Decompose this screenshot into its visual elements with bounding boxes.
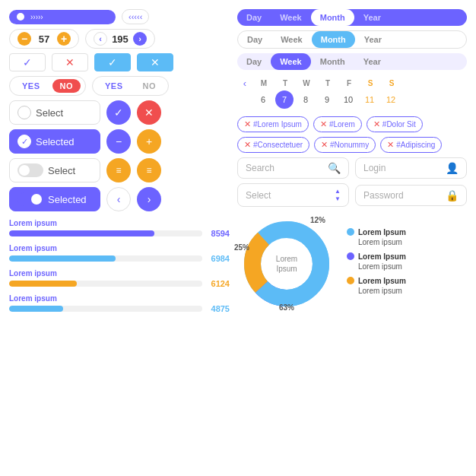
select-input-field[interactable]: Select ▲ ▼ <box>237 183 349 207</box>
cal-day-9[interactable]: 9 <box>318 90 336 109</box>
checkbox-4[interactable]: ✕ <box>137 53 173 71</box>
select-option-3[interactable]: Select <box>9 158 100 182</box>
no-btn-2[interactable]: NO <box>135 79 164 93</box>
checkbox-2[interactable]: ✕ <box>52 53 88 71</box>
tab-day-2[interactable]: Day <box>238 31 271 48</box>
legend-text-1: Lorem Ipsum Lorem ipsum <box>358 227 406 247</box>
row-select-1: Select ✓ ✕ <box>9 100 230 125</box>
tab-day-3[interactable]: Day <box>237 53 271 70</box>
tab-week-1[interactable]: Week <box>271 9 311 26</box>
input-row-1: Search 🔍 Login 👤 <box>237 157 467 179</box>
cal-h-t1: T <box>275 79 295 87</box>
progress-section: Lorem ipsum 8594 Lorem ipsum 6984 <box>9 219 230 313</box>
progress-label-3: Lorem ipsum <box>9 269 230 278</box>
tag-text-2: #Lorem <box>329 120 355 129</box>
cal-day-10[interactable]: 10 <box>339 90 357 109</box>
yesno-group-2: YES NO <box>92 76 169 96</box>
yes-btn-2[interactable]: YES <box>97 79 131 93</box>
tag-4[interactable]: ✕ #Consectetuer <box>237 137 309 153</box>
right-column: Day Week Month Year Day Week Month Year … <box>237 9 467 467</box>
select-label-4: Selected <box>48 194 87 205</box>
tag-x-1[interactable]: ✕ <box>244 119 251 129</box>
select-placeholder: Select <box>246 190 330 201</box>
progress-fill-1 <box>9 230 154 236</box>
check-sm-icon: ✓ <box>21 137 28 147</box>
arrow-right-btn[interactable]: › <box>133 32 147 46</box>
tab-year-1[interactable]: Year <box>354 9 390 26</box>
row-checkboxes: ✓ ✕ ✓ ✕ <box>9 53 230 71</box>
checkbox-1[interactable]: ✓ <box>9 53 46 71</box>
minus-btn[interactable]: − <box>17 32 31 46</box>
progress-bg-1 <box>9 230 202 236</box>
plus-btn[interactable]: + <box>57 32 71 46</box>
tab-week-3[interactable]: Week <box>271 53 311 70</box>
toggle-off[interactable] <box>17 163 43 177</box>
tab-year-2[interactable]: Year <box>355 31 391 48</box>
progress-item-4: Lorem ipsum 4875 <box>9 294 230 313</box>
checkbox-3[interactable]: ✓ <box>94 53 131 71</box>
tag-1[interactable]: ✕ #Lorem Ipsum <box>237 116 309 132</box>
select-option-1[interactable]: Select <box>9 100 100 125</box>
user-icon: 👤 <box>446 162 459 174</box>
cal-prev[interactable]: ‹ <box>237 78 252 89</box>
progress-bg-4 <box>9 306 202 312</box>
tag-x-6[interactable]: ✕ <box>387 140 394 150</box>
circle-check-2: ✓ <box>17 135 31 148</box>
cal-day-7[interactable]: 7 <box>275 90 294 109</box>
tab-week-2[interactable]: Week <box>271 31 312 48</box>
arrow-right-icon-btn[interactable]: › <box>137 187 161 211</box>
no-btn-1[interactable]: NO <box>52 79 81 93</box>
tab-day-1[interactable]: Day <box>237 9 271 26</box>
cal-day-12[interactable]: 12 <box>382 90 400 109</box>
plus-icon-btn[interactable]: + <box>137 129 161 154</box>
donut-section: LoremIpsum 12% 25% 63% Lorem Ipsum Lorem… <box>237 214 467 313</box>
minus-icon-btn[interactable]: − <box>106 129 131 154</box>
progress-item-1: Lorem ipsum 8594 <box>9 219 230 238</box>
tag-x-3[interactable]: ✕ <box>373 119 380 129</box>
tab-strip-mid[interactable]: Day Week Month Year <box>237 53 467 70</box>
select-option-4[interactable]: Selected <box>9 187 100 211</box>
progress-label-4: Lorem ipsum <box>9 294 230 303</box>
tab-year-3[interactable]: Year <box>354 53 390 70</box>
toggle-on[interactable] <box>17 192 43 206</box>
tag-2[interactable]: ✕ #Lorem <box>313 116 362 132</box>
legend-title-1: Lorem Ipsum <box>358 227 406 237</box>
legend-text-3: Lorem Ipsum Lorem ipsum <box>358 276 406 296</box>
tag-3[interactable]: ✕ #Dolor Sit <box>367 116 423 132</box>
tab-strip-light[interactable]: Day Week Month Year <box>237 30 467 49</box>
select-arrows-icon: ▲ ▼ <box>335 188 341 202</box>
progress-row-1: 8594 <box>9 229 230 238</box>
arrow-left-icon-btn[interactable]: ‹ <box>106 187 131 211</box>
tag-x-5[interactable]: ✕ <box>321 140 328 150</box>
menu-icon-btn-2[interactable]: ≡ <box>137 158 161 182</box>
yes-btn-1[interactable]: YES <box>14 79 48 93</box>
tag-x-4[interactable]: ✕ <box>244 140 251 150</box>
legend-sub-2: Lorem ipsum <box>358 262 402 271</box>
cal-day-11[interactable]: 11 <box>360 90 379 109</box>
tab-month-1[interactable]: Month <box>311 9 354 26</box>
pagination-strip[interactable]: ››››› <box>9 10 116 24</box>
x-icon-btn-1[interactable]: ✕ <box>137 100 161 125</box>
legend-sub-1: Lorem ipsum <box>358 238 402 246</box>
calendar-grid: ‹ M T W T F S S 6 7 8 9 10 11 12 <box>237 78 467 109</box>
left-arrows[interactable]: ‹‹‹‹‹ <box>129 12 142 21</box>
select-option-2[interactable]: ✓ Selected <box>9 129 100 154</box>
row-yesno: YES NO YES NO <box>9 76 230 96</box>
tag-5[interactable]: ✕ #Nonummy <box>314 137 376 153</box>
cal-h-s2: S <box>382 79 401 87</box>
tab-month-3[interactable]: Month <box>311 53 354 70</box>
tab-month-2[interactable]: Month <box>312 31 355 48</box>
login-input-field[interactable]: Login 👤 <box>355 157 467 179</box>
tab-strip-dark[interactable]: Day Week Month Year <box>237 9 467 26</box>
search-input-field[interactable]: Search 🔍 <box>237 157 349 179</box>
progress-bg-2 <box>9 255 202 262</box>
donut-chart: LoremIpsum 12% 25% 63% <box>237 214 336 313</box>
menu-icon-btn-1[interactable]: ≡ <box>106 158 131 182</box>
password-input-field[interactable]: Password 🔒 <box>355 185 467 206</box>
cal-day-8[interactable]: 8 <box>297 90 315 109</box>
arrow-left-btn[interactable]: ‹ <box>94 32 107 46</box>
tag-x-2[interactable]: ✕ <box>320 119 327 129</box>
tag-6[interactable]: ✕ #Adipiscing <box>380 137 442 153</box>
check-icon-btn-1[interactable]: ✓ <box>106 100 131 125</box>
cal-day-6[interactable]: 6 <box>254 90 272 109</box>
